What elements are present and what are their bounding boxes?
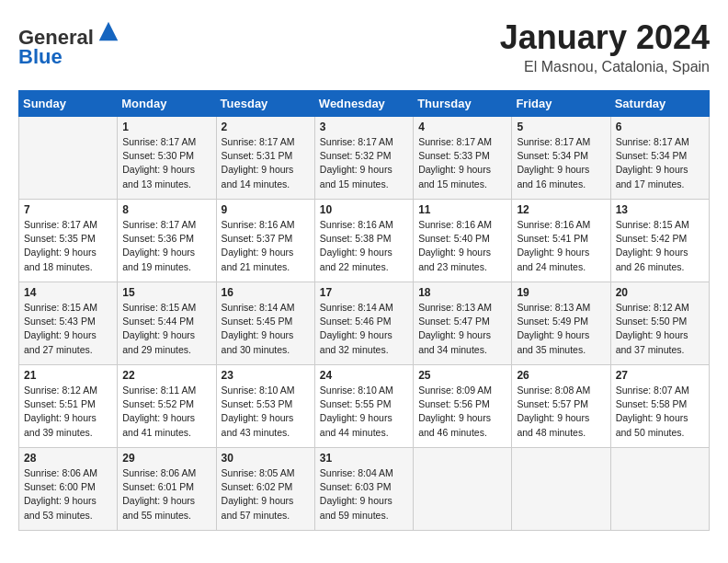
day-number: 26 (517, 369, 605, 382)
day-info: Sunrise: 8:06 AMSunset: 6:00 PMDaylight:… (24, 466, 112, 523)
logo: General Blue (18, 18, 121, 69)
day-info: Sunrise: 8:12 AMSunset: 5:51 PMDaylight:… (24, 384, 112, 440)
day-info: Sunrise: 8:16 AMSunset: 5:38 PMDaylight:… (320, 218, 408, 274)
day-info: Sunrise: 8:11 AMSunset: 5:52 PMDaylight:… (122, 384, 210, 440)
day-info: Sunrise: 8:07 AMSunset: 5:58 PMDaylight:… (616, 384, 704, 440)
header-day-tuesday: Tuesday (216, 91, 314, 117)
logo-icon (96, 18, 121, 44)
calendar-cell: 1Sunrise: 8:17 AMSunset: 5:30 PMDaylight… (118, 117, 216, 200)
title-block: January 2024 El Masnou, Catalonia, Spain (500, 18, 710, 75)
day-info: Sunrise: 8:16 AMSunset: 5:40 PMDaylight:… (418, 218, 506, 274)
day-info: Sunrise: 8:17 AMSunset: 5:34 PMDaylight:… (517, 135, 605, 191)
calendar-cell (610, 448, 709, 531)
day-info: Sunrise: 8:14 AMSunset: 5:45 PMDaylight:… (222, 301, 310, 357)
day-number: 18 (418, 286, 506, 299)
day-info: Sunrise: 8:17 AMSunset: 5:32 PMDaylight:… (320, 135, 408, 191)
calendar-cell: 10Sunrise: 8:16 AMSunset: 5:38 PMDayligh… (314, 200, 413, 282)
day-number: 2 (222, 121, 310, 133)
calendar-cell: 2Sunrise: 8:17 AMSunset: 5:31 PMDaylight… (216, 117, 314, 200)
calendar-cell: 30Sunrise: 8:05 AMSunset: 6:02 PMDayligh… (216, 448, 314, 531)
day-number: 16 (222, 286, 310, 299)
month-title: January 2024 (500, 18, 710, 57)
calendar-cell: 20Sunrise: 8:12 AMSunset: 5:50 PMDayligh… (610, 282, 709, 365)
calendar-cell: 11Sunrise: 8:16 AMSunset: 5:40 PMDayligh… (414, 200, 512, 282)
calendar-week-4: 21Sunrise: 8:12 AMSunset: 5:51 PMDayligh… (19, 365, 710, 448)
calendar-cell: 22Sunrise: 8:11 AMSunset: 5:52 PMDayligh… (118, 365, 216, 448)
header-day-monday: Monday (118, 91, 216, 117)
day-info: Sunrise: 8:10 AMSunset: 5:55 PMDaylight:… (320, 384, 408, 440)
day-number: 12 (517, 203, 605, 216)
day-info: Sunrise: 8:09 AMSunset: 5:56 PMDaylight:… (418, 384, 506, 440)
day-info: Sunrise: 8:10 AMSunset: 5:53 PMDaylight:… (222, 384, 310, 440)
day-number: 10 (320, 203, 408, 216)
day-number: 17 (320, 286, 408, 299)
day-info: Sunrise: 8:16 AMSunset: 5:41 PMDaylight:… (517, 218, 605, 274)
day-number: 8 (122, 203, 210, 216)
calendar-cell (512, 448, 610, 531)
day-info: Sunrise: 8:15 AMSunset: 5:44 PMDaylight:… (122, 301, 210, 357)
calendar-week-2: 7Sunrise: 8:17 AMSunset: 5:35 PMDaylight… (19, 200, 710, 282)
day-info: Sunrise: 8:17 AMSunset: 5:34 PMDaylight:… (616, 135, 704, 191)
day-number: 24 (320, 369, 408, 382)
day-number: 14 (24, 286, 112, 299)
day-info: Sunrise: 8:13 AMSunset: 5:49 PMDaylight:… (517, 301, 605, 357)
calendar-cell: 12Sunrise: 8:16 AMSunset: 5:41 PMDayligh… (512, 200, 610, 282)
day-info: Sunrise: 8:16 AMSunset: 5:37 PMDaylight:… (222, 218, 310, 274)
calendar-table: SundayMondayTuesdayWednesdayThursdayFrid… (18, 90, 710, 531)
header-day-saturday: Saturday (610, 91, 709, 117)
day-number: 3 (320, 121, 408, 133)
day-info: Sunrise: 8:12 AMSunset: 5:50 PMDaylight:… (616, 301, 704, 357)
day-number: 20 (616, 286, 704, 299)
day-number: 29 (122, 452, 210, 465)
calendar-cell: 23Sunrise: 8:10 AMSunset: 5:53 PMDayligh… (216, 365, 314, 448)
calendar-cell: 27Sunrise: 8:07 AMSunset: 5:58 PMDayligh… (610, 365, 709, 448)
header-day-sunday: Sunday (19, 91, 118, 117)
day-info: Sunrise: 8:13 AMSunset: 5:47 PMDaylight:… (418, 301, 506, 357)
calendar-cell: 29Sunrise: 8:06 AMSunset: 6:01 PMDayligh… (118, 448, 216, 531)
day-number: 21 (24, 369, 112, 382)
day-info: Sunrise: 8:17 AMSunset: 5:36 PMDaylight:… (122, 218, 210, 274)
calendar-header-row: SundayMondayTuesdayWednesdayThursdayFrid… (19, 91, 710, 117)
calendar-cell: 15Sunrise: 8:15 AMSunset: 5:44 PMDayligh… (118, 282, 216, 365)
calendar-cell: 19Sunrise: 8:13 AMSunset: 5:49 PMDayligh… (512, 282, 610, 365)
day-number: 11 (418, 203, 506, 216)
day-info: Sunrise: 8:15 AMSunset: 5:43 PMDaylight:… (24, 301, 112, 357)
calendar-cell (19, 117, 118, 200)
header-day-wednesday: Wednesday (314, 91, 413, 117)
calendar-cell: 21Sunrise: 8:12 AMSunset: 5:51 PMDayligh… (19, 365, 118, 448)
day-number: 19 (517, 286, 605, 299)
calendar-cell: 4Sunrise: 8:17 AMSunset: 5:33 PMDaylight… (414, 117, 512, 200)
page-header: General Blue January 2024 El Masnou, Cat… (18, 18, 710, 75)
calendar-week-1: 1Sunrise: 8:17 AMSunset: 5:30 PMDaylight… (19, 117, 710, 200)
calendar-cell: 28Sunrise: 8:06 AMSunset: 6:00 PMDayligh… (19, 448, 118, 531)
calendar-cell: 25Sunrise: 8:09 AMSunset: 5:56 PMDayligh… (414, 365, 512, 448)
calendar-cell: 9Sunrise: 8:16 AMSunset: 5:37 PMDaylight… (216, 200, 314, 282)
day-info: Sunrise: 8:04 AMSunset: 6:03 PMDaylight:… (320, 466, 408, 523)
day-info: Sunrise: 8:05 AMSunset: 6:02 PMDaylight:… (222, 466, 310, 523)
day-number: 5 (517, 121, 605, 133)
header-day-friday: Friday (512, 91, 610, 117)
calendar-cell: 6Sunrise: 8:17 AMSunset: 5:34 PMDaylight… (610, 117, 709, 200)
calendar-cell: 26Sunrise: 8:08 AMSunset: 5:57 PMDayligh… (512, 365, 610, 448)
day-number: 4 (418, 121, 506, 133)
day-info: Sunrise: 8:14 AMSunset: 5:46 PMDaylight:… (320, 301, 408, 357)
calendar-cell: 8Sunrise: 8:17 AMSunset: 5:36 PMDaylight… (118, 200, 216, 282)
day-number: 23 (222, 369, 310, 382)
calendar-cell (414, 448, 512, 531)
calendar-cell: 16Sunrise: 8:14 AMSunset: 5:45 PMDayligh… (216, 282, 314, 365)
location-text: El Masnou, Catalonia, Spain (500, 59, 710, 75)
day-number: 27 (616, 369, 704, 382)
calendar-week-3: 14Sunrise: 8:15 AMSunset: 5:43 PMDayligh… (19, 282, 710, 365)
day-number: 13 (616, 203, 704, 216)
day-number: 9 (222, 203, 310, 216)
calendar-cell: 14Sunrise: 8:15 AMSunset: 5:43 PMDayligh… (19, 282, 118, 365)
calendar-cell: 17Sunrise: 8:14 AMSunset: 5:46 PMDayligh… (314, 282, 413, 365)
calendar-cell: 13Sunrise: 8:15 AMSunset: 5:42 PMDayligh… (610, 200, 709, 282)
day-info: Sunrise: 8:17 AMSunset: 5:31 PMDaylight:… (222, 135, 310, 191)
calendar-cell: 3Sunrise: 8:17 AMSunset: 5:32 PMDaylight… (314, 117, 413, 200)
day-info: Sunrise: 8:08 AMSunset: 5:57 PMDaylight:… (517, 384, 605, 440)
calendar-cell: 31Sunrise: 8:04 AMSunset: 6:03 PMDayligh… (314, 448, 413, 531)
day-info: Sunrise: 8:17 AMSunset: 5:30 PMDaylight:… (122, 135, 210, 191)
day-number: 6 (616, 121, 704, 133)
day-number: 28 (24, 452, 112, 465)
